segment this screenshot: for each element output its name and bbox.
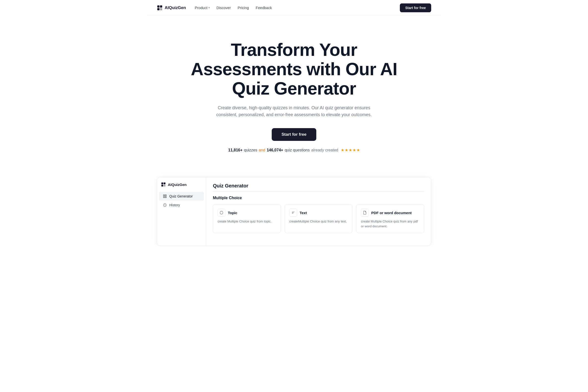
- quiz-card-pdf-desc: create Multiple Choice quiz from any pdf…: [361, 219, 420, 228]
- svg-rect-7: [164, 185, 166, 187]
- hero-cta-button[interactable]: Start for free: [272, 128, 316, 141]
- svg-rect-5: [164, 182, 166, 184]
- hero-subtitle: Create diverse, high-quality quizzes in …: [208, 104, 380, 118]
- svg-rect-4: [162, 182, 164, 184]
- sidebar-item-history[interactable]: History: [159, 201, 204, 210]
- navbar: AIQuizGen Product ▾ Discover Pricing Fee…: [147, 0, 441, 16]
- navbar-left: AIQuizGen Product ▾ Discover Pricing Fee…: [157, 5, 272, 11]
- sidebar-logo: AIQuizGen: [157, 182, 206, 192]
- sidebar-logo-text: AIQuizGen: [168, 182, 187, 187]
- star-4: ★: [352, 148, 356, 152]
- sidebar-item-history-label: History: [169, 203, 180, 207]
- app-inner: AIQuizGen Quiz Generator: [157, 177, 431, 246]
- sidebar-item-quiz-generator-label: Quiz Generator: [169, 194, 193, 198]
- star-3: ★: [349, 148, 352, 152]
- quiz-type-card-pdf[interactable]: PDF or word document create Multiple Cho…: [356, 204, 424, 233]
- svg-rect-6: [162, 185, 164, 187]
- logo[interactable]: AIQuizGen: [157, 5, 186, 11]
- svg-rect-10: [164, 196, 165, 198]
- star-1: ★: [341, 148, 344, 152]
- quiz-card-text-header: Text: [289, 209, 348, 216]
- already-created: already created: [311, 148, 338, 152]
- quizzes-label: quizzes: [244, 148, 257, 152]
- sidebar-item-quiz-generator[interactable]: Quiz Generator: [159, 192, 204, 201]
- file-icon: [361, 209, 369, 216]
- text-icon: [289, 209, 297, 216]
- rating-stars: ★ ★ ★ ★ ★: [341, 148, 360, 152]
- quiz-card-topic-header: Topic: [218, 209, 276, 216]
- logo-text: AIQuizGen: [165, 6, 186, 10]
- quiz-card-pdf-header: PDF or word document: [361, 209, 420, 216]
- svg-rect-9: [165, 195, 166, 196]
- svg-rect-11: [165, 196, 166, 198]
- nav-links: Product ▾ Discover Pricing Feedback: [195, 6, 272, 10]
- quiz-card-topic-desc: create Multiple Choice quiz from topic.: [218, 219, 276, 224]
- navbar-cta-button[interactable]: Start for free: [400, 4, 431, 12]
- nav-item-pricing[interactable]: Pricing: [238, 6, 249, 10]
- questions-count: 146,074+: [267, 148, 283, 152]
- svg-rect-3: [160, 8, 162, 10]
- sidebar-nav: Quiz Generator History: [157, 192, 206, 210]
- app-subsection-title: Multiple Choice: [213, 196, 424, 200]
- quiz-type-card-topic[interactable]: Topic create Multiple Choice quiz from t…: [213, 204, 281, 233]
- app-section-title: Quiz Generator: [213, 183, 424, 192]
- nav-item-feedback[interactable]: Feedback: [256, 6, 272, 10]
- svg-point-13: [220, 211, 223, 214]
- star-5: ★: [356, 148, 360, 152]
- quiz-card-text-title: Text: [300, 211, 307, 215]
- quiz-card-pdf-title: PDF or word document: [371, 211, 412, 215]
- nav-item-product[interactable]: Product ▾: [195, 6, 210, 10]
- hero-section: Transform Your Assessments with Our AI Q…: [147, 16, 441, 167]
- app-sidebar: AIQuizGen Quiz Generator: [157, 177, 206, 246]
- sidebar-logo-icon: [161, 182, 166, 187]
- svg-rect-8: [164, 195, 165, 196]
- hero-stats: 11,816+ quizzes and 146,074+ quiz questi…: [157, 148, 431, 152]
- hero-title: Transform Your Assessments with Our AI Q…: [184, 40, 404, 98]
- clock-icon: [163, 203, 167, 207]
- questions-label: quiz questions: [285, 148, 310, 152]
- logo-icon: [157, 5, 163, 11]
- quiz-card-text-desc: createMultiple Choice quiz from any text…: [289, 219, 348, 224]
- chevron-down-icon: ▾: [208, 6, 210, 9]
- star-2: ★: [345, 148, 348, 152]
- svg-rect-1: [160, 6, 162, 8]
- svg-rect-0: [157, 6, 160, 8]
- quizzes-count: 11,816+: [228, 148, 242, 152]
- nav-item-discover[interactable]: Discover: [216, 6, 231, 10]
- app-preview: AIQuizGen Quiz Generator: [157, 177, 431, 246]
- quiz-type-cards: Topic create Multiple Choice quiz from t…: [213, 204, 424, 233]
- quiz-type-card-text[interactable]: Text createMultiple Choice quiz from any…: [285, 204, 352, 233]
- and-text: and: [259, 148, 265, 152]
- svg-rect-2: [157, 8, 160, 10]
- quiz-card-topic-title: Topic: [228, 211, 238, 215]
- circle-icon: [218, 209, 226, 216]
- grid-icon: [163, 194, 167, 198]
- app-main: Quiz Generator Multiple Choice Topic cre…: [206, 177, 431, 246]
